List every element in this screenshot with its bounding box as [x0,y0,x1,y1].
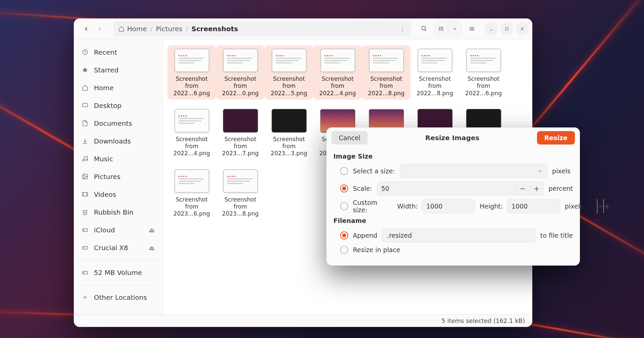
svg-point-27 [83,230,84,231]
sidebar-item-downloads[interactable]: Downloads [74,132,162,150]
file-thumbnail [223,109,258,132]
file-name: Screenshotfrom2023…6.png [173,196,210,218]
chevron-down-icon [538,169,542,173]
sidebar-item-desktop[interactable]: Desktop [74,97,162,114]
file-item[interactable]: Screenshotfrom2022…6.png [167,45,216,100]
file-thumbnail [174,169,209,193]
sidebar-item-music[interactable]: Music [74,150,162,168]
search-button[interactable] [417,21,431,36]
forward-button[interactable] [94,23,105,35]
svg-rect-12 [505,27,508,30]
menu-icon [469,26,475,32]
view-dropdown-button[interactable] [448,22,462,36]
svg-point-20 [86,159,87,161]
scale-increment[interactable]: + [529,181,543,195]
sidebar: Recent Starred Home Desktop Documents Do… [74,39,163,314]
file-name: Screenshotfrom2023…7.png [222,136,259,157]
cancel-button[interactable]: Cancel [331,131,368,145]
file-item[interactable]: Screenshotfrom2022…4.png [313,45,362,100]
scale-decrement[interactable]: − [515,181,529,195]
radio-custom-size[interactable] [340,202,348,210]
eject-icon[interactable]: ⏏ [149,226,155,234]
sidebar-item-recent[interactable]: Recent [74,43,162,61]
file-item[interactable]: Screenshotfrom2023…7.png [216,106,265,160]
radio-select-size[interactable] [340,167,348,175]
file-thumbnail [272,109,307,132]
sidebar-item-crucial[interactable]: Crucial X8⏏ [74,239,162,257]
breadcrumb-pictures[interactable]: Pictures [156,25,182,33]
size-select[interactable] [400,164,547,178]
sidebar-item-volume[interactable]: 52 MB Volume [74,264,162,281]
hamburger-menu-button[interactable] [465,21,479,36]
breadcrumb-home[interactable]: Home [118,25,147,33]
append-input[interactable] [382,228,536,242]
file-item[interactable]: Screenshotfrom2022…5.png [265,45,313,100]
file-name: Screenshotfrom2022…5.png [271,75,307,97]
file-thumbnail [223,49,258,72]
star-icon [81,67,89,73]
sidebar-item-videos[interactable]: Videos [74,185,162,203]
svg-point-29 [83,248,84,248]
minimize-icon [489,26,494,31]
radio-inplace[interactable] [340,246,348,254]
file-item[interactable]: Screenshotfrom2022…6.png [459,45,508,100]
file-item[interactable]: Screenshotfrom2022…8.png [362,45,411,100]
scale-input[interactable] [377,185,516,192]
chevron-down-icon [452,26,457,31]
svg-point-5 [439,27,439,27]
desktop-icon [81,102,89,109]
home-icon [81,84,89,91]
path-bar[interactable]: Home / Pictures / Screenshots ⋮ [113,21,411,36]
radio-append[interactable] [340,231,348,239]
file-name: Screenshotfrom2022…8.png [417,75,453,97]
sidebar-item-icloud[interactable]: iCloud⏏ [74,221,162,239]
music-icon [81,156,89,162]
file-thumbnail [223,169,258,193]
height-increment[interactable]: + [603,199,610,213]
file-item[interactable]: Screenshotfrom2022…4.png [167,106,216,160]
eject-icon[interactable]: ⏏ [149,244,155,252]
scale-spinner: − + [377,181,544,195]
resize-button[interactable]: Resize [537,131,575,145]
sidebar-item-starred[interactable]: Starred [74,61,162,79]
dialog-title: Resize Images [372,134,533,142]
file-name: Screenshotfrom2023…3.png [271,136,307,157]
radio-scale[interactable] [340,184,348,192]
video-icon [81,191,89,198]
dialog-header: Cancel Resize Images Resize [327,128,580,148]
file-thumbnail [174,49,209,72]
sidebar-item-pictures[interactable]: Pictures [74,168,162,185]
breadcrumb-label: Home [127,25,147,33]
file-item[interactable]: Screenshotfrom2022…8.png [411,45,459,100]
path-menu-button[interactable]: ⋮ [399,25,406,32]
image-icon [81,173,89,180]
list-view-button[interactable] [434,22,448,36]
search-icon [421,25,427,32]
back-button[interactable] [80,23,92,35]
minimize-button[interactable] [485,22,498,36]
file-item[interactable]: Screenshotfrom2022…0.png [216,45,265,100]
drive-icon [81,269,89,276]
file-name: Screenshotfrom2022…6.png [465,75,502,97]
file-thumbnail [418,49,452,72]
file-name: Screenshotfrom2022…6.png [173,75,210,97]
resize-dialog: Cancel Resize Images Resize Image Size S… [326,127,580,266]
svg-marker-16 [82,67,88,72]
breadcrumb-screenshots[interactable]: Screenshots [192,25,238,33]
file-name: Screenshotfrom2022…4.png [319,75,356,97]
sidebar-item-documents[interactable]: Documents [74,114,162,132]
maximize-button[interactable] [500,22,514,36]
document-icon [81,120,89,126]
file-thumbnail [272,49,307,72]
sidebar-item-other[interactable]: Other Locations [74,288,162,306]
sidebar-item-trash[interactable]: Rubbish Bin [74,203,162,221]
close-button[interactable] [516,22,529,36]
file-item[interactable]: Screenshotfrom2023…8.png [216,166,265,220]
file-item[interactable]: Screenshotfrom2023…6.png [167,166,216,220]
sidebar-item-home[interactable]: Home [74,79,162,97]
file-item[interactable]: Screenshotfrom2023…3.png [265,106,313,160]
height-decrement[interactable]: − [597,199,603,213]
svg-rect-17 [83,103,87,107]
row-select-size: Select a size: pixels [340,164,573,178]
status-text: 5 items selected (162.1 kB) [441,317,525,324]
